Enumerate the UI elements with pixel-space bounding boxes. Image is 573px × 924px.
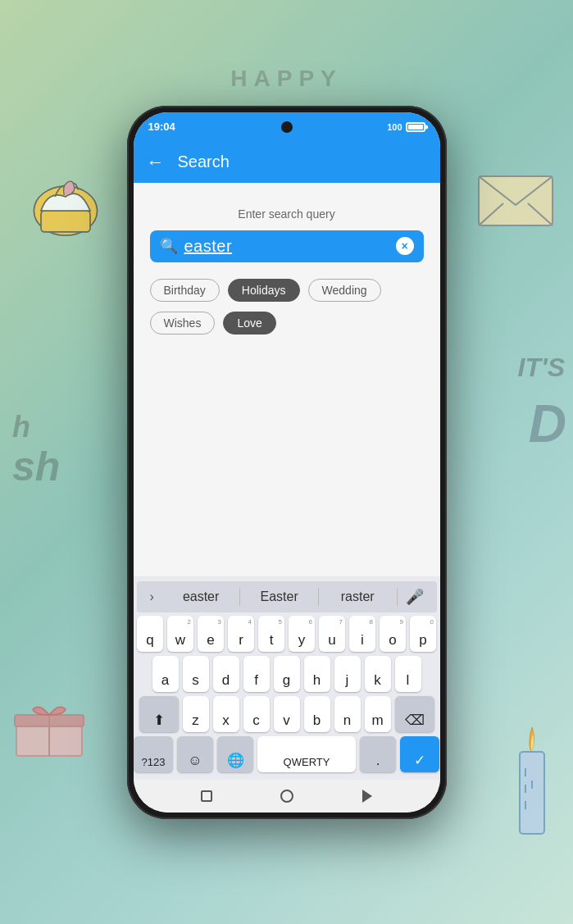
nav-bar [134, 780, 440, 812]
key-w[interactable]: 2w [167, 616, 193, 652]
key-q[interactable]: q [137, 616, 163, 652]
search-input-text[interactable]: easter [184, 237, 389, 256]
chip-birthday[interactable]: Birthday [150, 279, 220, 302]
key-n[interactable]: n [334, 696, 361, 732]
key-l[interactable]: l [395, 656, 421, 692]
key-o[interactable]: 9o [380, 616, 406, 652]
main-content: Enter search query 🔍 easter × Birthday [134, 183, 440, 812]
search-input-row[interactable]: 🔍 easter × [150, 230, 424, 262]
autocomplete-arrow[interactable]: › [142, 589, 162, 604]
svg-point-0 [34, 186, 97, 235]
key-m[interactable]: m [365, 696, 391, 732]
key-e[interactable]: 3e [198, 616, 224, 652]
phone-shell: 19:04 100 ← Search Enter search query [127, 106, 447, 819]
svg-rect-5 [520, 752, 544, 834]
key-s[interactable]: s [183, 656, 209, 692]
key-a[interactable]: a [152, 656, 179, 692]
square-icon [201, 790, 212, 802]
keyboard-row-2: a s d f g h j k l [137, 656, 437, 692]
chip-holidays[interactable]: Holidays [228, 279, 300, 302]
clear-button[interactable]: × [396, 237, 414, 255]
status-icons: 100 [387, 122, 425, 132]
search-section: Enter search query 🔍 easter × Birthday [134, 183, 440, 576]
search-label: Enter search query [150, 207, 424, 221]
key-z[interactable]: z [183, 696, 209, 732]
key-p[interactable]: 0p [410, 616, 436, 652]
nav-back-button[interactable] [359, 788, 375, 804]
battery-text: 100 [387, 122, 402, 132]
key-shift[interactable]: ⬆ [139, 696, 179, 732]
app-bar: ← Search [134, 142, 440, 183]
key-enter[interactable]: ✓ [400, 736, 439, 772]
key-globe[interactable]: 🌐 [217, 736, 253, 772]
autocomplete-word-1[interactable]: easter [162, 588, 241, 606]
chip-love[interactable]: Love [223, 312, 275, 335]
key-k[interactable]: k [365, 656, 391, 692]
chip-wishes[interactable]: Wishes [150, 312, 216, 335]
svg-line-4 [528, 203, 553, 225]
key-b[interactable]: b [304, 696, 330, 732]
nav-home-button[interactable] [279, 788, 295, 804]
key-123[interactable]: ?123 [134, 736, 173, 772]
svg-line-3 [479, 203, 503, 225]
back-button[interactable]: ← [147, 153, 165, 171]
key-g[interactable]: g [274, 656, 300, 692]
camera-notch [281, 121, 293, 133]
key-j[interactable]: j [334, 656, 361, 692]
keyboard-row-3: ⬆ z x c v b n m ⌫ [137, 696, 437, 732]
key-f[interactable]: f [243, 656, 270, 692]
status-bar: 19:04 100 [134, 112, 440, 142]
status-time: 19:04 [148, 121, 175, 133]
nav-recents-button[interactable] [198, 788, 215, 804]
key-i[interactable]: 8i [349, 616, 375, 652]
chip-wedding[interactable]: Wedding [308, 279, 381, 302]
battery-icon [406, 122, 425, 132]
battery-fill [408, 125, 423, 130]
key-y[interactable]: 6y [289, 616, 315, 652]
key-r[interactable]: 4r [228, 616, 254, 652]
key-d[interactable]: d [213, 656, 239, 692]
svg-rect-10 [16, 723, 82, 756]
key-period[interactable]: . [360, 736, 396, 772]
key-backspace[interactable]: ⌫ [395, 696, 434, 732]
svg-rect-11 [15, 715, 84, 726]
svg-rect-1 [41, 211, 90, 232]
app-bar-title: Search [178, 152, 230, 171]
autocomplete-word-3[interactable]: raster [319, 588, 398, 606]
key-c[interactable]: c [243, 696, 270, 732]
svg-rect-2 [479, 176, 553, 225]
key-space[interactable]: QWERTY [257, 736, 356, 772]
keyboard: › easter Easter raster 🎤 q 2w 3e 4r 5t 6… [134, 576, 440, 780]
close-icon: × [401, 240, 407, 252]
key-emoji[interactable]: ☺ [177, 736, 213, 772]
chips-row-1: Birthday Holidays Wedding [150, 279, 424, 302]
key-u[interactable]: 7u [319, 616, 345, 652]
key-h[interactable]: h [304, 656, 330, 692]
triangle-icon [362, 790, 372, 803]
key-x[interactable]: x [213, 696, 239, 732]
search-icon: 🔍 [160, 237, 178, 255]
key-v[interactable]: v [274, 696, 300, 732]
mic-button[interactable]: 🎤 [398, 588, 432, 606]
key-t[interactable]: 5t [258, 616, 284, 652]
keyboard-bottom-row: ?123 ☺ 🌐 QWERTY . ✓ [137, 736, 437, 772]
keyboard-row-1: q 2w 3e 4r 5t 6y 7u 8i 9o 0p [137, 616, 437, 652]
chips-row-2: Wishes Love [150, 312, 424, 335]
autocomplete-row: › easter Easter raster 🎤 [137, 581, 437, 612]
circle-icon [280, 790, 293, 803]
autocomplete-word-2[interactable]: Easter [240, 588, 319, 606]
